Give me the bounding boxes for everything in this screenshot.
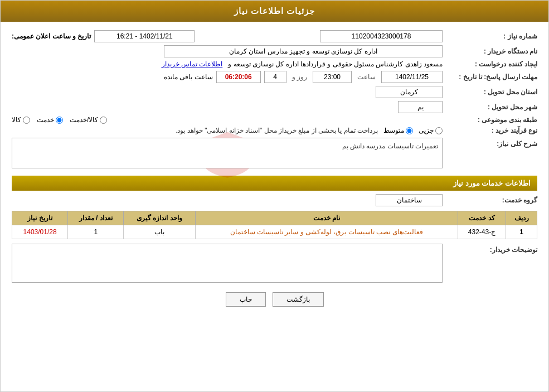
announce-row: تاریخ و ساعت اعلان عمومی: 1402/11/21 - 1… [12,30,216,42]
nam-dastgah-label: نام دستگاه خریدار : [443,47,537,55]
shahr-value: یم [398,101,443,113]
tarikhe-elam-value: 1402/11/21 - 16:21 [94,30,195,42]
radio-kala-text: کالا [12,116,21,124]
shomara-row: شماره نیاز : 1102004323000178 تاریخ و سا… [12,30,537,42]
ijad-konande-label: ایجاد کننده درخواست : [443,60,537,68]
sharh-content: Ana Tender تعمیرات تاسیسات مدرسه دانش بم [12,138,443,170]
grooh-value-wrapper: ساختمان [12,194,443,206]
section-khadamat-header: اطلاعات خدمات مورد نیاز [12,176,537,191]
shahr-row: شهر محل تحویل : یم [12,101,537,113]
mohlet-date: 1402/11/25 [381,71,443,83]
cell-vahed: باب [124,225,195,239]
shahr-label: شهر محل تحویل : [443,103,537,111]
shomara-value-wrapper: 1102004323000178 [239,30,443,42]
col-name: نام خدمت [195,211,458,225]
cell-kod: ج-43-432 [458,225,506,239]
sharh-label: شرح کلی نیاز: [443,138,537,148]
nam-dastgah-value-wrapper: اداره کل نوسازی توسعه و تجهیز مدارس استا… [12,45,443,57]
mohlet-remaining: ساعت باقی مانده [164,73,213,81]
ijad-konande-value: مسعود زاهدی کارشناس مسئول حقوقی و قراردا… [228,60,443,68]
grooh-label: گروه خدمت: [443,196,537,204]
sharh-section: شرح کلی نیاز: Ana Tender تعمیرات تاسیسات… [12,138,537,170]
ostan-label: استان محل تحویل : [443,88,537,96]
radio-khedmat-text: خدمت [37,116,54,124]
print-button[interactable]: چاپ [226,292,266,307]
service-table: ردیف کد خدمت نام خدمت واحد اندازه گیری ت… [12,211,537,239]
ijad-konande-row: ایجاد کننده درخواست : مسعود زاهدی کارشنا… [12,60,537,68]
radio-kala-label[interactable]: کالا [12,116,30,124]
sharh-value-overlay: تعمیرات تاسیسات مدرسه دانش بم [342,142,438,150]
tabaqe-label: طبقه بندی موضوعی : [443,116,537,124]
tawzih-label: توضیحات خریدار: [443,244,537,254]
col-kod: کد خدمت [458,211,506,225]
shomara-value: 1102004323000178 [320,30,443,42]
ijad-konande-value-wrapper: مسعود زاهدی کارشناس مسئول حقوقی و قراردا… [12,60,443,68]
radio-jazzi[interactable] [435,127,443,134]
shomara-label: شماره نیاز : [443,32,537,40]
radio-motovaset[interactable] [406,127,413,134]
ostan-row: استان محل تحویل : کرمان [12,86,537,98]
tabaqe-radio-group: کالا خدمت کالا/خدمت [12,116,443,124]
col-vahed: واحد اندازه گیری [124,211,195,225]
nooe-farayand-label: نوع فرآیند خرید : [443,127,537,134]
nooe-farayand-row: نوع فرآیند خرید : جزیی متوسط پرداخت تمام… [12,127,537,134]
radio-kala-khedmat-label[interactable]: کالا/خدمت [70,116,107,124]
tabaqe-row: طبقه بندی موضوعی : کالا خدمت کالا/خدمت [12,116,537,124]
ostan-value-wrapper: کرمان [12,86,443,98]
nam-dastgah-row: نام دستگاه خریدار : اداره کل نوسازی توسع… [12,45,537,57]
table-row: 1 ج-43-432 فعالیت‌های نصب تاسیسات برق، ل… [12,225,537,239]
radio-motovaset-label[interactable]: متوسط [383,127,413,134]
back-button[interactable]: بازگشت [273,292,324,307]
tarikhe-elam-label: تاریخ و ساعت اعلان عمومی: [12,32,91,40]
radio-kala-khedmat[interactable] [100,117,107,124]
radio-motovaset-text: متوسط [383,127,404,134]
col-tedad: تعداد / مقدار [68,211,124,225]
cell-tarikh: 1403/01/28 [12,225,68,239]
tawzih-section: توضیحات خریدار: [12,244,537,284]
radio-jazzi-text: جزیی [419,127,434,134]
mohlet-label: مهلت ارسال پاسخ: تا تاریخ : [443,73,537,81]
radio-jazzi-label[interactable]: جزیی [419,127,443,134]
col-tarikh: تاریخ نیاز [12,211,68,225]
page-container: جزئیات اطلاعات نیاز شماره نیاز : 1102004… [0,0,549,392]
cell-name: فعالیت‌های نصب تاسیسات برق، لوله‌کشی و س… [195,225,458,239]
mohlet-value-wrapper: 1402/11/25 ساعت 23:00 روز و 4 06:20:06 س… [12,71,443,83]
page-header: جزئیات اطلاعات نیاز [1,1,548,22]
tawzih-textarea[interactable] [12,244,443,283]
main-content: شماره نیاز : 1102004323000178 تاریخ و سا… [1,22,548,321]
mohlet-saaat-label: ساعت [357,73,376,81]
header-title: جزئیات اطلاعات نیاز [234,6,315,16]
mohlet-time: 23:00 [313,71,352,83]
mohlet-row: مهلت ارسال پاسخ: تا تاریخ : 1402/11/25 س… [12,71,537,83]
shahr-value-wrapper: یم [12,101,443,113]
ostan-value: کرمان [376,86,443,98]
radio-kala-khedmat-text: کالا/خدمت [70,116,98,124]
tabaqe-radios: کالا خدمت کالا/خدمت [12,116,443,124]
nam-dastgah-value: اداره کل نوسازی توسعه و تجهیز مدارس استا… [164,45,443,57]
radio-khedmat[interactable] [56,117,63,124]
grooh-row: گروه خدمت: ساختمان [12,194,537,206]
cell-radif: 1 [506,225,537,239]
radio-khedmat-label[interactable]: خدمت [37,116,63,124]
ijad-konande-link[interactable]: اطلاعات تماس خریدار [162,60,223,68]
mohlet-rooz: 4 [264,71,286,83]
mohlet-rooz-label: روز و [292,73,307,81]
mohlet-countdown: 06:20:06 [216,71,261,83]
cell-tedad: 1 [68,225,124,239]
col-radif: ردیف [506,211,537,225]
tawzih-content [12,244,443,284]
button-row: بازگشت چاپ [12,292,537,307]
section-khadamat-title: اطلاعات خدمات مورد نیاز [453,179,531,187]
radio-kala[interactable] [23,117,30,124]
grooh-value: ساختمان [376,194,443,206]
